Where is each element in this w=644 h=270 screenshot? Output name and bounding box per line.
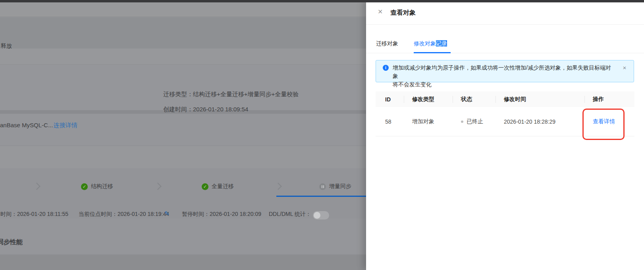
- col-header-action: 操作: [585, 96, 634, 103]
- ddl-dml-label: DDL/DML 统计：: [269, 211, 311, 218]
- sync-performance-heading: 同步性能: [0, 238, 23, 247]
- col-header-id: ID: [376, 96, 404, 103]
- table-row: 58 增加对象 已终止 2026-01-20 18:28:29 查看详情: [376, 107, 634, 136]
- cell-id: 58: [376, 118, 404, 125]
- gap-band: [0, 146, 366, 168]
- drawer-title: 查看对象: [390, 9, 416, 17]
- close-icon[interactable]: ✕: [378, 9, 383, 15]
- connection-band: [0, 114, 366, 146]
- release-button[interactable]: 释放: [1, 43, 12, 50]
- ddl-dml-toggle[interactable]: [313, 211, 329, 219]
- edit-pencil-icon[interactable]: ✎: [164, 210, 170, 217]
- info-alert: i 增加或减少对象均为原子操作，如果成功将一次性增加/减少所选对象，如果失败目标…: [376, 60, 634, 82]
- alert-message: 增加或减少对象均为原子操作，如果成功将一次性增加/减少所选对象，如果失败目标端对…: [393, 64, 615, 89]
- pause-time-text: 暂停时间：2026-01-20 18:20:09: [182, 211, 261, 218]
- pause-circle-icon: [319, 183, 326, 190]
- view-objects-drawer: ✕ 查看对象 迁移对象 修改对象记录 i 增加或减少对象均为原子操作，如果成功将…: [366, 0, 644, 270]
- dimmed-background-page: 释放 迁移类型：结构迁移+全量迁移+增量同步+全量校验 创建时间：2026-01…: [0, 0, 366, 270]
- toggle-knob: [314, 212, 320, 219]
- step-incremental-sync[interactable]: 增量同步: [319, 183, 351, 190]
- col-header-modify-time: 修改时间: [496, 96, 585, 103]
- check-circle-icon: ✓: [202, 183, 208, 190]
- status-text: 已终止: [467, 118, 483, 125]
- top-chrome-bar: [0, 0, 644, 2]
- step-label: 结构迁移: [91, 183, 113, 190]
- status-dot-icon: [461, 120, 463, 123]
- cell-modify-type: 增加对象: [404, 118, 453, 125]
- step-label: 增量同步: [329, 183, 351, 190]
- active-step-underline: [276, 196, 366, 197]
- tab-label-prefix: 修改对象: [414, 40, 436, 47]
- migration-type-text: 迁移类型：结构迁移+全量迁移+增量同步+全量校验: [163, 91, 299, 98]
- step-full-migration[interactable]: ✓ 全量迁移: [202, 183, 234, 190]
- created-time-text: 创建时间：2026-01-20 18:09:54: [163, 106, 248, 113]
- alert-line-2: 将不会发生变化: [393, 80, 615, 89]
- lower-band: [0, 219, 366, 254]
- cell-status: 已终止: [453, 118, 496, 125]
- step-structure-migration[interactable]: ✓ 结构迁移: [81, 183, 113, 190]
- tab-modify-object-records[interactable]: 修改对象记录: [414, 40, 447, 47]
- page-toolbar-band: [0, 17, 366, 49]
- active-tab-indicator: [414, 52, 451, 53]
- migration-info-band: [0, 65, 366, 110]
- col-header-status: 状态: [453, 96, 496, 103]
- page-header-band: [0, 2, 366, 17]
- alert-line-1: 增加或减少对象均为原子操作，如果成功将一次性增加/减少所选对象，如果失败目标端对…: [393, 64, 615, 80]
- table-header-row: ID 修改类型 状态 修改时间 操作: [376, 91, 634, 107]
- cell-action: 查看详情: [585, 118, 634, 125]
- connection-name-text: anBase MySQL-C...: [0, 122, 53, 128]
- sync-times-row: 时间：2026-01-20 18:11:55 当前位点时间：2026-01-20…: [0, 211, 366, 219]
- check-circle-icon: ✓: [81, 183, 88, 190]
- checkpoint-time-text: 当前位点时间：2026-01-20 18:19:44: [79, 211, 169, 218]
- cell-modify-time: 2026-01-20 18:28:29: [496, 118, 585, 125]
- alert-close-icon[interactable]: ✕: [623, 65, 627, 71]
- bottom-band: [0, 254, 366, 270]
- col-header-modify-type: 修改类型: [404, 96, 453, 103]
- drawer-header: ✕ 查看对象: [366, 0, 644, 25]
- info-icon: i: [383, 65, 389, 71]
- view-details-link[interactable]: 查看详情: [593, 118, 615, 124]
- tab-migration-objects[interactable]: 迁移对象: [376, 40, 398, 47]
- connection-details-link[interactable]: 连接详情: [54, 122, 77, 129]
- tab-label-selected-text: 记录: [436, 40, 447, 47]
- modify-records-table: ID 修改类型 状态 修改时间 操作 58 增加对象 已终止 2026-01-2…: [376, 91, 634, 136]
- step-label: 全量迁移: [212, 183, 234, 190]
- drawer-tabs: 迁移对象 修改对象记录: [366, 38, 644, 53]
- page-subheader-band: [0, 49, 366, 65]
- start-time-text: 时间：2026-01-20 18:11:55: [0, 211, 68, 218]
- screen: 释放 迁移类型：结构迁移+全量迁移+增量同步+全量校验 创建时间：2026-01…: [0, 0, 644, 270]
